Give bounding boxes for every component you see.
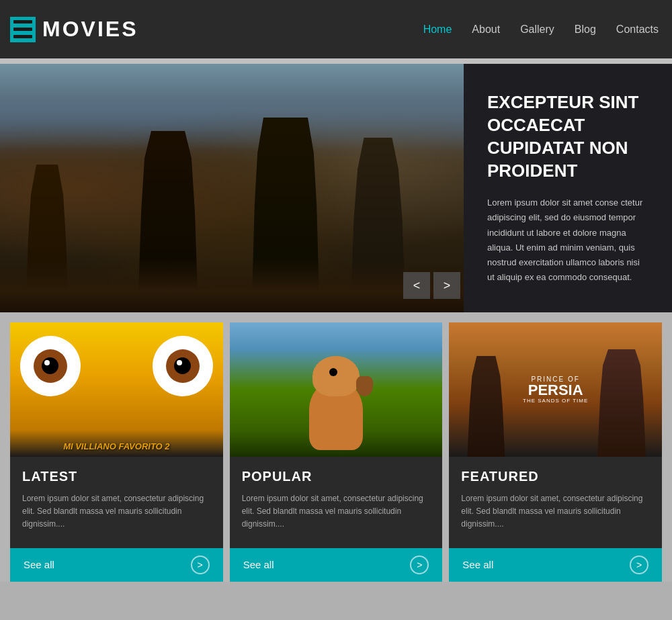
- nav-blog[interactable]: Blog: [575, 24, 596, 36]
- card-featured-body: FEATURED Lorem ipsum dolor sit amet, con…: [449, 457, 662, 538]
- logo-area: MOVIES: [10, 17, 138, 42]
- card-featured: PRINCE OF PERSIA THE SANDS OF TIME FEATU…: [449, 322, 662, 582]
- card-latest-footer[interactable]: See all >: [10, 548, 223, 582]
- minion-pupil-inner-right: [174, 357, 191, 374]
- card-featured-image: PRINCE OF PERSIA THE SANDS OF TIME: [449, 322, 662, 457]
- acorn: [356, 376, 373, 396]
- hero-image-inner: [0, 64, 464, 312]
- card-latest-text: Lorem ipsum dolor sit amet, consectetur …: [22, 492, 211, 531]
- card-popular-category: POPULAR: [242, 469, 431, 484]
- header: MOVIES Home About Gallery Blog Contacts: [0, 0, 672, 58]
- film-icon: [10, 17, 36, 42]
- nav-gallery[interactable]: Gallery: [520, 24, 554, 36]
- hero-content: EXCEPTEUR SINT OCCAECAT CUPIDATAT NON PR…: [464, 64, 672, 312]
- card-featured-arrow: >: [630, 556, 648, 574]
- logo-text: MOVIES: [42, 17, 138, 42]
- minion-pupil-left: [34, 349, 67, 383]
- minion-eye-right: [153, 336, 213, 396]
- card-latest-arrow: >: [191, 556, 210, 574]
- card-featured-text: Lorem ipsum dolor sit amet, consectetur …: [461, 492, 650, 531]
- minion-shine-right: [177, 360, 182, 365]
- minion-eye-left: [20, 336, 81, 396]
- squirrel-eye: [329, 368, 337, 376]
- card-latest-image-overlay: MI VILLIANO FAVORITO 2: [10, 436, 223, 457]
- card-latest-category: LATEST: [22, 469, 211, 484]
- hero-prev-button[interactable]: <: [403, 272, 430, 299]
- nav-about[interactable]: About: [472, 24, 500, 36]
- header-divider: [0, 58, 672, 64]
- persia-text-overlay: PRINCE OF PERSIA THE SANDS OF TIME: [523, 375, 588, 404]
- card-latest-see-all: See all: [24, 559, 54, 570]
- ground-overlay: [0, 259, 464, 312]
- card-featured-see-all: See all: [462, 559, 493, 570]
- card-popular-text: Lorem ipsum dolor sit amet, consectetur …: [242, 492, 431, 531]
- hero-title: EXCEPTEUR SINT OCCAECAT CUPIDATAT NON PR…: [487, 91, 648, 182]
- persia-figure-1: [462, 356, 509, 457]
- squirrel-head: [312, 356, 360, 396]
- persia-title-line2: PERSIA: [523, 383, 588, 398]
- card-popular-see-all: See all: [243, 559, 274, 570]
- card-latest-image-text: MI VILLIANO FAVORITO 2: [18, 441, 215, 451]
- persia-figure-2: [595, 349, 648, 457]
- squirrel-shape: [296, 356, 376, 450]
- cards-section: MI VILLIANO FAVORITO 2 LATEST Lorem ipsu…: [0, 312, 672, 582]
- card-latest-image: MI VILLIANO FAVORITO 2: [10, 322, 223, 457]
- persia-title-line3: THE SANDS OF TIME: [523, 398, 588, 404]
- minion-pupil-inner-left: [42, 357, 58, 374]
- nav-home[interactable]: Home: [423, 24, 452, 36]
- sky-overlay: [0, 64, 464, 151]
- hero-image: < >: [0, 64, 464, 312]
- card-popular-arrow: >: [410, 556, 429, 574]
- card-latest-body: LATEST Lorem ipsum dolor sit amet, conse…: [10, 457, 223, 538]
- card-featured-category: FEATURED: [461, 469, 650, 484]
- card-featured-footer[interactable]: See all >: [449, 548, 662, 582]
- card-popular-body: POPULAR Lorem ipsum dolor sit amet, cons…: [230, 457, 443, 538]
- minion-shine-left: [44, 360, 50, 365]
- card-popular: POPULAR Lorem ipsum dolor sit amet, cons…: [230, 322, 443, 582]
- hero-section: < > EXCEPTEUR SINT OCCAECAT CUPIDATAT NO…: [0, 64, 672, 312]
- nav-contacts[interactable]: Contacts: [616, 24, 659, 36]
- card-latest: MI VILLIANO FAVORITO 2 LATEST Lorem ipsu…: [10, 322, 223, 582]
- hero-next-button[interactable]: >: [433, 272, 460, 299]
- minion-pupil-right: [166, 349, 200, 383]
- card-popular-image: [230, 322, 443, 457]
- main-nav: Home About Gallery Blog Contacts: [423, 24, 659, 36]
- card-popular-footer[interactable]: See all >: [230, 548, 443, 582]
- hero-description: Lorem ipsum dolor sit amet conse ctetur …: [487, 195, 648, 285]
